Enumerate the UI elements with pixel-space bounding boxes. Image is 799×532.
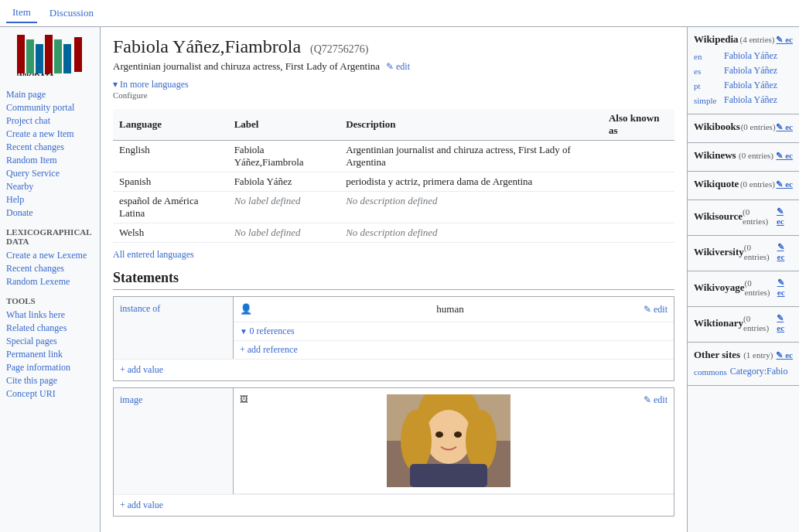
instance-of-value-icon: 👤: [240, 303, 252, 315]
wikipedia-count: (4 entries): [740, 35, 775, 44]
add-value-link[interactable]: add value: [114, 359, 674, 380]
language-table: Language Label Description Also known as…: [113, 109, 674, 243]
instance-of-edit-button[interactable]: edit: [644, 304, 668, 315]
wikibooks-title: Wikibooks (0 entries) ✎ ec: [694, 121, 793, 133]
wikipedia-title: Wikipedia (4 entries) ✎ ec: [694, 33, 793, 46]
instance-of-values: 👤 human edit 0 references add reference: [234, 297, 674, 359]
wikisource-edit[interactable]: ✎ ec: [777, 206, 793, 226]
wikiversity-section: Wikiversity (0 entries) ✎ ec: [688, 236, 799, 271]
more-languages-link[interactable]: ▾ In more languages: [113, 79, 189, 90]
tools-section: Tools What links here Related changes Sp…: [6, 296, 94, 401]
nav-nearby[interactable]: Nearby: [6, 180, 94, 193]
nav-special-pages[interactable]: Special pages: [6, 335, 94, 348]
other-sites-count: (1 entry): [743, 350, 773, 360]
nav-community-portal[interactable]: Community portal: [6, 101, 94, 114]
nav-section: Main page Community portal Project chat …: [6, 88, 94, 220]
lexicographical-section: Lexicographical data Create a new Lexeme…: [6, 227, 94, 288]
page-title: Fabiola Yáñez,Fiambrola (Q72756276): [113, 36, 674, 57]
other-sites-title: Other sites (1 entry) ✎ ec: [694, 349, 793, 361]
image-edit-button[interactable]: edit: [644, 394, 668, 406]
wikivoyage-edit[interactable]: ✎ ec: [777, 278, 793, 297]
nav-query-service[interactable]: Query Service: [6, 167, 94, 180]
tools-heading: Tools: [6, 296, 94, 305]
wikipedia-link-pt[interactable]: Fabiola Yáñez: [724, 80, 777, 91]
refs-toggle[interactable]: 0 references: [234, 322, 674, 341]
image-add-value-link[interactable]: add value: [114, 494, 674, 516]
nav-concept-uri[interactable]: Concept URI: [6, 387, 94, 401]
nav-random-item[interactable]: Random Item: [6, 154, 94, 167]
col-description: Description: [340, 109, 603, 141]
all-languages-link[interactable]: All entered languages: [113, 249, 674, 261]
nav-create-item[interactable]: Create a new Item: [6, 128, 94, 141]
nav-random-lexeme[interactable]: Random Lexeme: [6, 275, 94, 288]
label-spanish: Fabiola Yáñez: [228, 172, 340, 192]
configure-label: Configure: [113, 90, 674, 100]
nav-what-links[interactable]: What links here: [6, 309, 94, 322]
lang-pt-tag: pt: [694, 81, 721, 90]
wikinews-title: Wikinews (0 entries) ✎ ec: [694, 149, 793, 162]
nav-cite-page[interactable]: Cite this page: [6, 374, 94, 387]
svg-point-13: [466, 410, 497, 472]
statements-title: Statements: [113, 270, 674, 290]
wikinews-edit[interactable]: ✎ ec: [776, 151, 793, 161]
wikipedia-link-es[interactable]: Fabiola Yáñez: [724, 65, 777, 77]
svg-rect-16: [410, 464, 487, 487]
wikivoyage-section: Wikivoyage (0 entries) ✎ ec: [688, 271, 799, 307]
nav-main-page[interactable]: Main page: [6, 88, 94, 101]
wikipedia-link-simple[interactable]: Fabiola Yáñez: [724, 94, 777, 106]
wikisource-section: Wikisource (0 entries) ✎ ec: [688, 200, 799, 236]
col-label: Label: [228, 109, 340, 141]
nav-page-info[interactable]: Page information: [6, 361, 94, 374]
description-edit-button[interactable]: edit: [386, 61, 410, 73]
nav-create-lexeme[interactable]: Create a new Lexeme: [6, 249, 94, 262]
add-reference-link[interactable]: add reference: [234, 341, 674, 359]
lang-es-tag: es: [694, 66, 721, 76]
wikiquote-edit[interactable]: ✎ ec: [776, 179, 793, 189]
svg-rect-1: [26, 39, 34, 73]
wikipedia-edit[interactable]: ✎ ec: [776, 35, 793, 45]
nav-project-chat[interactable]: Project chat: [6, 114, 94, 128]
desc-es-latam: No description defined: [340, 192, 603, 223]
lang-simple-tag: simple: [694, 96, 721, 105]
svg-point-15: [454, 431, 462, 438]
other-sites-section: Other sites (1 entry) ✎ ec commons Categ…: [688, 343, 799, 386]
label-es-latam: No label defined: [228, 192, 340, 223]
other-sites-link-commons[interactable]: Category:Fabio: [730, 366, 788, 377]
nav-permanent-link[interactable]: Permanent link: [6, 348, 94, 361]
image-value-icon: 🖼: [240, 394, 248, 404]
label-english: Fabiola Yáñez,Fiambrola: [228, 141, 340, 172]
tab-discussion[interactable]: Discussion: [43, 4, 100, 22]
wikipedia-entry-simple: simple Fabiola Yáñez: [694, 93, 793, 107]
nav-help[interactable]: Help: [6, 193, 94, 206]
wikivoyage-count: (0 entries): [745, 278, 777, 297]
header-tabs: Item Discussion: [0, 0, 799, 27]
page-title-text: Fabiola Yáñez,Fiambrola: [113, 36, 301, 56]
page-description: Argentinian journalist and chiruza actre…: [113, 60, 380, 73]
wikipedia-link-en[interactable]: Fabiola Yáñez: [724, 50, 777, 62]
nav-recent-changes[interactable]: Recent changes: [6, 141, 94, 154]
statements-section: Statements instance of 👤 human edit 0 re…: [113, 270, 674, 517]
svg-point-14: [435, 431, 443, 438]
instance-of-statement: instance of 👤 human edit 0 references ad…: [113, 296, 674, 381]
wiktionary-edit[interactable]: ✎ ec: [777, 313, 793, 332]
description-row: Argentinian journalist and chiruza actre…: [113, 60, 674, 73]
main-content: Fabiola Yáñez,Fiambrola (Q72756276) Arge…: [101, 27, 687, 532]
other-sites-edit[interactable]: ✎ ec: [776, 350, 793, 360]
tab-item[interactable]: Item: [6, 3, 37, 23]
image-property[interactable]: image: [114, 388, 234, 494]
desc-english: Argentinian journalist and chiruza actre…: [340, 141, 603, 172]
aka-welsh: [603, 223, 674, 243]
wikibooks-edit[interactable]: ✎ ec: [776, 122, 793, 132]
lang-english: English: [113, 141, 228, 172]
nav-donate[interactable]: Donate: [6, 206, 94, 220]
svg-rect-5: [63, 44, 71, 73]
svg-point-12: [401, 410, 432, 472]
table-row: English Fabiola Yáñez,Fiambrola Argentin…: [113, 141, 674, 172]
nav-recent-changes-lex[interactable]: Recent changes: [6, 262, 94, 275]
wikipedia-entry-es: es Fabiola Yáñez: [694, 63, 793, 78]
other-sites-entry-commons: commons Category:Fabio: [694, 364, 793, 379]
nav-related-changes[interactable]: Related changes: [6, 322, 94, 335]
wikiversity-edit[interactable]: ✎ ec: [777, 242, 793, 261]
wikibooks-section: Wikibooks (0 entries) ✎ ec: [688, 114, 799, 143]
instance-of-property[interactable]: instance of: [114, 297, 234, 359]
